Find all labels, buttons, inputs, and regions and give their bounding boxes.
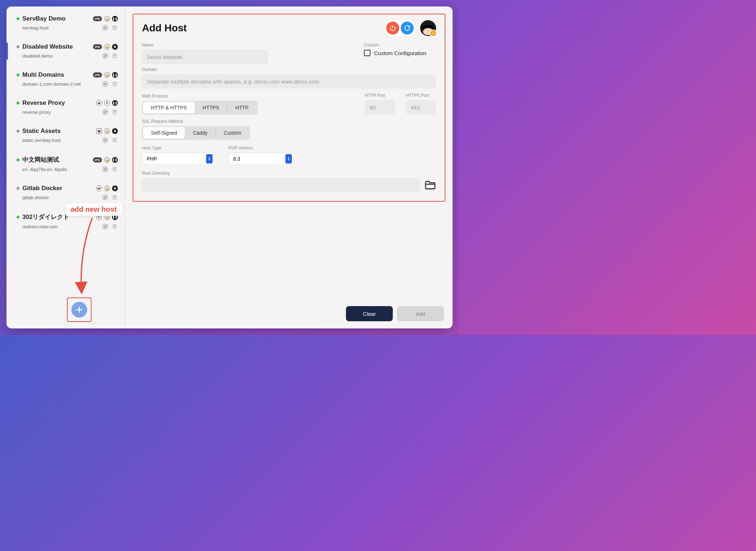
php-badge-icon: php — [93, 16, 102, 21]
svg-marker-31 — [104, 196, 106, 198]
pause-icon[interactable]: ❚❚ — [112, 16, 118, 22]
clear-button[interactable]: Clear — [346, 306, 393, 321]
compass-icon[interactable] — [102, 223, 108, 230]
play-icon[interactable] — [112, 44, 118, 50]
host-domain: static.servbay.host — [22, 138, 102, 143]
ssl-option-selfsigned[interactable]: Self-Signed — [143, 127, 185, 139]
shield-icon: 🔒 — [104, 214, 110, 220]
host-name: Disabled Website — [22, 43, 90, 50]
compass-icon[interactable] — [102, 109, 108, 115]
http-port-input[interactable] — [365, 100, 395, 115]
host-domain: disabled.demo — [22, 53, 102, 59]
ssl-option-caddy[interactable]: Caddy — [185, 127, 215, 139]
shield-icon: 🔒 — [104, 44, 110, 50]
note-icon[interactable] — [111, 53, 118, 59]
php-badge-icon: php — [93, 157, 102, 162]
pause-icon[interactable]: ❚❚ — [112, 100, 118, 106]
host-domain: xn--6qq79v.xn--fiqs8s — [22, 167, 102, 172]
protocol-option-http[interactable]: HTTP — [227, 102, 257, 113]
note-icon[interactable] — [111, 109, 118, 115]
proxy-icon: ⇄ — [96, 100, 102, 106]
add-button[interactable]: Add — [397, 306, 444, 321]
web-protocol-segmented: HTTP & HTTPS HTTPS HTTP — [142, 101, 258, 115]
host-item[interactable]: Reverse Proxy ⇄ ✕ ❚❚ reverse.proxy — [6, 96, 125, 119]
shield-x-icon: ✕ — [104, 100, 110, 106]
sidebar: ServBay Demo php 🔒 ❚❚ servbay.host Disab… — [6, 6, 125, 328]
svg-marker-16 — [104, 111, 106, 113]
proxy-icon: ⇄ — [96, 185, 102, 191]
host-item[interactable]: Gitlab Docker ⇄ 🔒 gitlab.docker — [6, 181, 125, 204]
main-panel: Add Host — [125, 6, 453, 328]
play-icon[interactable] — [112, 128, 118, 134]
static-icon: ▦ — [96, 128, 102, 134]
compass-icon[interactable] — [102, 137, 108, 143]
ssl-method-label: SSL Request Method — [142, 119, 436, 124]
name-input[interactable] — [142, 50, 268, 64]
note-icon[interactable] — [111, 166, 118, 173]
power-button[interactable] — [386, 22, 399, 35]
pause-icon[interactable]: ❚❚ — [112, 72, 118, 78]
note-icon[interactable] — [111, 137, 118, 143]
refresh-button[interactable] — [401, 22, 414, 35]
shield-icon: 🔒 — [104, 16, 110, 22]
note-icon[interactable] — [111, 24, 118, 31]
host-type-select[interactable]: PHP — [142, 153, 214, 165]
host-item[interactable]: Disabled Website php 🔒 disabled.demo — [6, 40, 125, 63]
note-icon[interactable] — [111, 81, 118, 87]
host-item[interactable]: 中文网站测试 php 🔒 ❚❚ xn--6qq79v.xn--fiqs8s — [6, 152, 125, 176]
host-domain: gitlab.docker — [22, 195, 102, 200]
host-item[interactable]: 302リダイレクト ↻ 🔒 ❚❚ redirect.new.com — [6, 209, 125, 233]
shield-icon: 🔒 — [104, 185, 110, 191]
root-dir-label: Root Directory — [142, 171, 436, 176]
custom-config-checkbox[interactable] — [364, 50, 370, 56]
name-label: Name — [142, 42, 350, 48]
compass-icon[interactable] — [102, 194, 108, 201]
svg-marker-11 — [104, 83, 106, 85]
php-version-select[interactable]: 8.3 — [228, 153, 293, 165]
pause-icon[interactable]: ❚❚ — [112, 157, 118, 163]
app-window: ServBay Demo php 🔒 ❚❚ servbay.host Disab… — [6, 6, 453, 328]
folder-icon[interactable] — [424, 180, 436, 190]
host-item[interactable]: ServBay Demo php 🔒 ❚❚ servbay.host — [6, 12, 125, 35]
svg-marker-26 — [104, 168, 106, 170]
compass-icon[interactable] — [102, 53, 108, 59]
compass-icon[interactable] — [102, 81, 108, 87]
protocol-option-both[interactable]: HTTP & HTTPS — [143, 102, 195, 113]
redirect-icon: ↻ — [96, 214, 102, 220]
status-dot-icon — [17, 130, 19, 133]
note-icon[interactable] — [111, 194, 118, 201]
host-domain: domain-1.com domain-2.net — [22, 81, 102, 87]
status-dot-icon — [17, 17, 19, 20]
http-port-label: HTTP Port — [365, 93, 395, 98]
shield-icon: 🔒 — [104, 128, 110, 134]
status-dot-icon — [17, 187, 19, 190]
shield-icon: 🔒 — [104, 72, 110, 78]
compass-icon[interactable] — [102, 24, 108, 31]
note-icon[interactable] — [111, 223, 118, 230]
host-name: Reverse Proxy — [22, 99, 93, 107]
avatar[interactable] — [420, 20, 436, 36]
chevron-updown-icon: ▲▼ — [206, 154, 213, 163]
status-dot-icon — [17, 216, 19, 219]
add-host-fab[interactable] — [71, 302, 87, 318]
host-item[interactable]: Multi Domains php 🔒 ❚❚ domain-1.com doma… — [6, 68, 125, 91]
svg-marker-1 — [104, 27, 106, 28]
compass-icon[interactable] — [102, 166, 108, 173]
host-name: Gitlab Docker — [22, 185, 93, 192]
domain-input[interactable] — [142, 74, 436, 89]
host-name: 302リダイレクト — [22, 213, 93, 221]
host-name: Static Assets — [22, 127, 93, 135]
ssl-option-custom[interactable]: Custom — [216, 127, 249, 139]
host-name: 中文网站测试 — [22, 156, 90, 164]
pause-icon[interactable]: ❚❚ — [112, 214, 118, 220]
refresh-icon — [404, 25, 410, 31]
status-dot-icon — [17, 73, 19, 76]
play-icon[interactable] — [112, 185, 118, 191]
https-port-input[interactable] — [406, 100, 436, 115]
https-port-label: HTTPS Port — [406, 93, 436, 98]
custom-label: Custom — [364, 42, 436, 48]
plus-icon — [75, 306, 83, 314]
root-dir-input[interactable] — [142, 178, 420, 192]
protocol-option-https[interactable]: HTTPS — [195, 102, 227, 113]
host-item[interactable]: Static Assets ▦ 🔒 static.servbay.host — [6, 124, 125, 147]
